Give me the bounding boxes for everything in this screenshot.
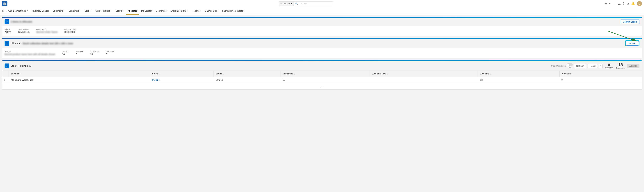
help-icon[interactable]: ? <box>623 2 624 5</box>
settings-icon[interactable]: ⚙ <box>626 2 629 5</box>
nav-deliveries[interactable]: Deliveries ▾ <box>154 7 168 15</box>
to-allocate-display: 18 To Allocate <box>616 63 626 69</box>
search-icon: 🔍 <box>294 2 299 5</box>
allocate-icon: ⇩ <box>6 42 8 45</box>
th-remaining[interactable]: Remaining ⌄ <box>281 71 370 77</box>
row-allocated: 0 <box>560 77 642 83</box>
nav-shipments[interactable]: Shipments ▾ <box>51 7 66 15</box>
th-allocated[interactable]: Allocated ⌄ <box>560 71 642 77</box>
stock-link[interactable]: PO-124 <box>152 79 160 81</box>
product-group: Product blurred product name here with a… <box>4 51 55 56</box>
quantity-group: Quantity 18 <box>62 51 69 56</box>
allocated-sort-icon: ⌄ <box>571 73 573 75</box>
stock-holdings-title: Stock Holdings (1) <box>11 65 32 67</box>
th-row-num <box>2 71 9 77</box>
refresh-button[interactable]: Refresh <box>574 64 586 68</box>
nav-deliverator[interactable]: Deliverator <box>140 7 154 15</box>
stock-description-toggle[interactable] <box>567 63 573 66</box>
nav-stock-locations[interactable]: Stock Locations ▾ <box>169 7 190 15</box>
stock-chevron: ▾ <box>90 10 91 12</box>
allocate-card-body: Product blurred product name here with a… <box>2 48 642 58</box>
row-status: Landed <box>214 77 280 83</box>
more-indicator[interactable]: ... <box>2 83 642 89</box>
favorites-dropdown-icon[interactable]: ▾ <box>609 2 610 5</box>
holdings-icon: ⇩ <box>6 65 8 67</box>
stock-holdings-chevron: ▾ <box>111 10 112 12</box>
nav-bar: ⊞ Stock Controller Inventory Control Shi… <box>0 7 644 15</box>
allocated-sublabel: Allocated <box>605 67 613 69</box>
allocate-info-row: Product blurred product name here with a… <box>4 51 640 56</box>
order-card-header: ≡ 1 items in Allocator Search Orders <box>2 18 642 26</box>
user-avatar[interactable]: U <box>637 1 642 6</box>
order-status-group: Status Active <box>4 28 11 33</box>
cloud-icon[interactable]: ☁ <box>618 2 621 5</box>
stock-holdings-card: ⇩ Stock Holdings (1) Stock Description H… <box>2 60 642 90</box>
search-scope-selector[interactable]: Search: All ▾ <box>279 1 294 6</box>
top-bar-right: ★ ▾ ＋ ☁ ? ⚙ 🔔 U <box>604 1 642 6</box>
favorites-icon[interactable]: ★ <box>604 2 607 5</box>
nav-fabrication-requests[interactable]: Fabrication Requests ▾ <box>220 7 246 15</box>
allocate-button[interactable]: Allocate <box>627 64 640 68</box>
order-card: ≡ 1 items in Allocator Search Orders Sta… <box>2 17 642 36</box>
reset-dropdown-button[interactable]: ▾ <box>599 64 602 68</box>
top-bar: 🏢 Search: All ▾ 🔍 ★ ▾ ＋ ☁ ? ⚙ 🔔 U <box>0 0 644 7</box>
stock-holdings-controls: Stock Description Hide Refresh Reset ▾ 0… <box>551 63 640 69</box>
status-value: Active <box>4 31 11 33</box>
nav-stock[interactable]: Stock ▾ <box>83 7 93 15</box>
order-name-label: Order Name <box>36 28 58 30</box>
allocate-card-icon: ⇩ <box>4 41 9 46</box>
row-stock[interactable]: PO-124 <box>150 77 214 83</box>
order-card-header-left: ≡ 1 items in Allocator <box>4 19 32 24</box>
allocated-number: 0 <box>608 63 610 67</box>
table-body: 1 Melbourne Warehouse PO-124 Landed 12 <box>2 77 642 83</box>
row-available-date <box>370 77 478 83</box>
order-card-icon: ≡ <box>4 19 9 24</box>
notifications-icon[interactable]: 🔔 <box>631 2 635 5</box>
search-input[interactable] <box>299 1 333 6</box>
delivered-value: 0 <box>106 53 114 56</box>
allocate-prefix: Allocate: <box>11 42 21 45</box>
search-scope-label: Search: All <box>280 2 290 5</box>
containers-chevron: ▾ <box>80 10 80 12</box>
order-number-group: Order Number 00000109 <box>64 28 76 33</box>
th-available-date[interactable]: Available Date ⌄ <box>370 71 478 77</box>
stock-holdings-header: ⇩ Stock Holdings (1) Stock Description H… <box>2 61 642 71</box>
status-label: Status <box>4 28 11 30</box>
nav-inventory-control[interactable]: Inventory Control <box>30 7 50 15</box>
reset-button[interactable]: Reset <box>588 64 598 68</box>
search-orders-button[interactable]: Search Orders <box>621 19 640 24</box>
nav-dashboards[interactable]: Dashboards ▾ <box>203 7 220 15</box>
delivered-group: Delivered 0 <box>106 51 114 56</box>
layers-icon: ≡ <box>6 20 8 23</box>
table-row: 1 Melbourne Warehouse PO-124 Landed 12 <box>2 77 642 83</box>
th-location[interactable]: Location ⌄ <box>9 71 150 77</box>
to-allocate-label: To Allocate <box>90 51 99 53</box>
search-bar[interactable]: Search: All ▾ 🔍 <box>279 1 333 6</box>
allocate-card-header-left: ⇩ Allocate: Stock collection details tex… <box>4 41 73 46</box>
to-allocate-value: 18 <box>90 53 99 56</box>
th-stock[interactable]: Stock ⌄ <box>150 71 214 77</box>
add-icon[interactable]: ＋ <box>612 2 616 6</box>
nav-allocator[interactable]: Allocator <box>126 7 139 15</box>
to-allocate-group: To Allocate 18 <box>90 51 99 56</box>
row-location: Melbourne Warehouse <box>9 77 150 83</box>
order-amount-value: $25,610.26 <box>18 31 30 33</box>
stock-description-toggle-group: Stock Description Hide <box>551 63 573 68</box>
show-all-button[interactable]: Show All <box>626 41 639 46</box>
stock-holdings-table: Location ⌄ Stock ⌄ Statu <box>2 71 642 83</box>
allocate-title-blurred: Stock collection details text 100 x 100 … <box>23 42 73 45</box>
row-remaining: 12 <box>281 77 370 83</box>
th-available[interactable]: Available ⌄ <box>478 71 560 77</box>
dashboards-chevron: ▾ <box>217 10 218 12</box>
nav-orders[interactable]: Orders ▾ <box>114 7 125 15</box>
th-status[interactable]: Status ⌄ <box>214 71 280 77</box>
grid-icon[interactable]: ⊞ <box>2 9 4 13</box>
nav-stock-holdings[interactable]: Stock Holdings ▾ <box>94 7 113 15</box>
toggle-wrapper: Hide <box>567 63 573 68</box>
remaining-sort-icon: ⌄ <box>294 73 295 75</box>
shipments-chevron: ▾ <box>64 10 64 12</box>
order-card-title: 1 items in Allocator <box>11 20 32 23</box>
nav-containers[interactable]: Containers ▾ <box>67 7 82 15</box>
location-sort-icon: ⌄ <box>20 73 22 75</box>
nav-reports[interactable]: Reports ▾ <box>190 7 203 15</box>
